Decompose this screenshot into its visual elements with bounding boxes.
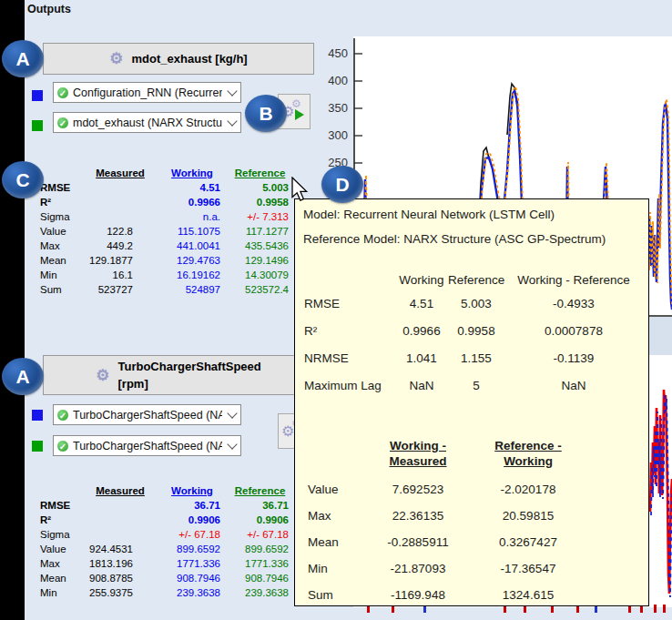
stat-row-label: Mean [40, 253, 82, 268]
y-tick-label: 450 [319, 46, 348, 60]
left-black-bar [0, 0, 25, 620]
stat-value: 524897 [158, 282, 226, 297]
tooltip-column-header: Working - Reference [504, 270, 643, 290]
tooltip-cell: 1.155 [448, 345, 504, 372]
y-tick-label: 400 [319, 74, 348, 87]
stat-value: 0.9906 [226, 513, 294, 527]
stat-value: 36.71 [226, 498, 294, 513]
axis-data-mark [663, 605, 666, 613]
gear-icon: ⚙ [291, 97, 301, 110]
stat-value [82, 498, 158, 513]
tooltip-cell: 20.59815 [470, 503, 586, 529]
stat-value: 4.51 [158, 180, 226, 195]
annotation-badge-A: A [2, 358, 44, 395]
y-tick-label: 350 [319, 101, 348, 115]
tooltip-cell: NaN [504, 372, 643, 400]
stat-row-label: R² [40, 195, 82, 209]
stat-value: 0.9958 [226, 195, 294, 209]
model-comparison-tooltip: Model: Recurrent Neural Network (LSTM Ce… [294, 198, 649, 606]
stat-row-label: Max [40, 239, 82, 253]
stat-value: 908.8785 [82, 571, 158, 585]
tooltip-cell: -2.020178 [470, 476, 586, 503]
column-header: Working [158, 483, 226, 498]
tooltip-cell: RMSE [304, 290, 395, 318]
combo-selected-value: TurboChargerShaftSpeed (NA [73, 440, 222, 452]
stat-value: 899.6592 [226, 542, 294, 556]
tooltip-cell: Value [308, 476, 366, 503]
output-header-turbocharger[interactable]: ⚙TurboChargerShaftSpeed [rpm] [43, 355, 314, 395]
reference-model-select[interactable]: ✓ mdot_exhaust (NARX Structu [53, 112, 241, 133]
stat-value [82, 527, 158, 542]
chevron-down-icon [226, 436, 239, 455]
stat-row-label: Sum [40, 282, 82, 297]
stat-value: +/- 67.18 [226, 527, 294, 542]
stat-value: 122.8 [82, 224, 158, 239]
stat-value: 899.6592 [158, 542, 226, 556]
working-model-select[interactable]: ✓ Configuration_RNN (Recurren [53, 82, 241, 103]
stat-value: 129.1877 [82, 253, 158, 268]
stat-value: 449.2 [82, 239, 158, 253]
gear-icon: ⚙ [96, 367, 109, 384]
stat-value: 1771.336 [226, 556, 294, 571]
ok-status-icon: ✓ [56, 117, 69, 129]
stat-value: 523727 [82, 282, 158, 297]
tooltip-cell: Mean [308, 529, 366, 555]
stat-row-label: Value [40, 224, 82, 239]
stat-value: 129.1496 [226, 253, 294, 268]
stat-row-label: R² [40, 513, 82, 527]
stat-row-label: Min [40, 585, 82, 600]
tooltip-cell: -21.87093 [366, 555, 470, 582]
stat-value: 908.7946 [226, 571, 294, 585]
play-icon [295, 109, 304, 120]
stat-row-label: RMSE [40, 498, 82, 513]
chevron-down-icon [226, 83, 239, 102]
tooltip-cell: Maximum Lag [304, 372, 395, 400]
output-header-label: TurboChargerShaftSpeed [rpm] [118, 358, 261, 392]
tooltip-cell: 0.9958 [448, 318, 504, 345]
tooltip-difference-table: Working -MeasuredReference -WorkingValue… [308, 436, 586, 608]
stat-value [82, 195, 158, 209]
working-color-marker [32, 90, 43, 101]
stat-value: 435.5436 [226, 239, 294, 253]
statistics-table-turbocharger: MeasuredWorkingReferenceRMSE36.7136.71R²… [40, 483, 294, 600]
tooltip-cell: NaN [395, 372, 448, 400]
stat-value: 0.9906 [158, 513, 226, 527]
tooltip-cell: 4.51 [395, 290, 448, 318]
stat-value: 1813.196 [82, 556, 158, 571]
tooltip-cell: -17.36547 [470, 555, 586, 582]
tooltip-cell: -1169.948 [366, 582, 470, 608]
working-model-select[interactable]: ✓ TurboChargerShaftSpeed (NA [53, 404, 241, 425]
tooltip-table-corner [308, 436, 366, 476]
outputs-panel-title: Outputs [27, 3, 71, 15]
stat-value: 908.7946 [158, 571, 226, 585]
tooltip-table-corner [304, 270, 395, 290]
stat-value: 129.4763 [158, 253, 226, 268]
reference-model-select[interactable]: ✓ TurboChargerShaftSpeed (NA [53, 435, 241, 456]
gear-icon: ⚙ [109, 50, 123, 67]
mouse-cursor [291, 177, 311, 204]
tooltip-cell: 5.003 [448, 290, 504, 318]
tooltip-model-line: Model: Recurrent Neural Network (LSTM Ce… [303, 206, 648, 224]
tooltip-column-header: Reference [448, 270, 504, 290]
stat-value [82, 180, 158, 195]
stat-value: 16.19162 [158, 268, 226, 282]
column-header: Measured [82, 483, 158, 498]
tooltip-cell: Min [308, 555, 366, 582]
output-header-mdot-exhaust[interactable]: ⚙mdot_exhaust [kg/h] [43, 43, 314, 75]
stat-row-label: Mean [40, 571, 82, 585]
tooltip-cell: -0.2885911 [366, 529, 470, 555]
stats-corner [40, 483, 82, 498]
tooltip-cell: Max [308, 503, 366, 529]
stat-row-label: Max [40, 556, 82, 571]
tooltip-cell: R² [304, 318, 395, 345]
annotation-badge-D: D [321, 166, 363, 203]
ok-status-icon: ✓ [56, 409, 69, 422]
axis-data-mark [654, 605, 657, 613]
tooltip-cell: 0.0007878 [504, 318, 643, 345]
stat-value: 239.3638 [226, 585, 294, 600]
stat-value: 36.71 [158, 498, 226, 513]
stat-row-label: Min [40, 268, 82, 282]
tooltip-cell: 5 [448, 372, 504, 400]
stat-value: 117.1277 [226, 224, 294, 239]
tooltip-column-header: Working -Measured [366, 436, 470, 476]
